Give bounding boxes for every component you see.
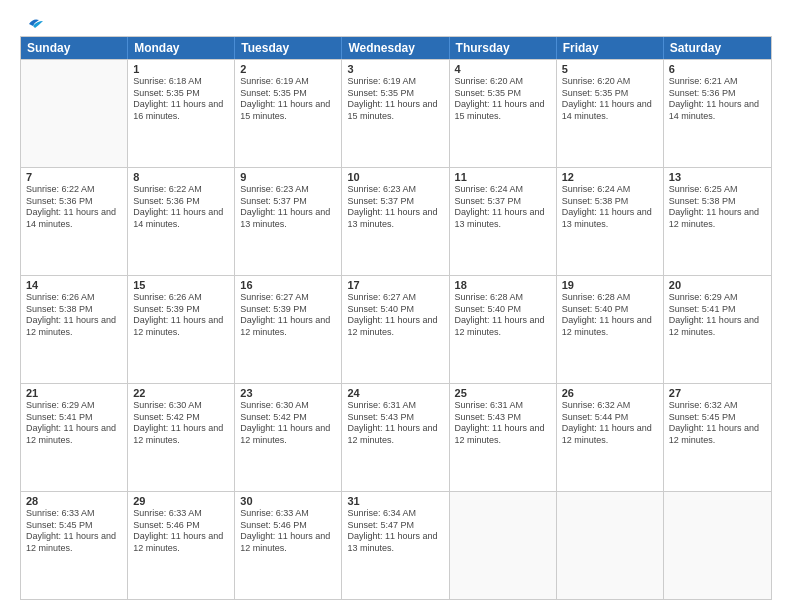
day-cell-19: 19Sunrise: 6:28 AMSunset: 5:40 PMDayligh… (557, 276, 664, 383)
sunrise-text: Sunrise: 6:24 AM (562, 184, 658, 196)
sunset-text: Sunset: 5:42 PM (240, 412, 336, 424)
sunset-text: Sunset: 5:45 PM (669, 412, 766, 424)
day-number: 29 (133, 495, 229, 507)
empty-cell (450, 492, 557, 599)
day-number: 2 (240, 63, 336, 75)
daylight-text: Daylight: 11 hours and 12 minutes. (347, 315, 443, 338)
logo-bird-icon (21, 16, 43, 32)
day-number: 3 (347, 63, 443, 75)
day-cell-10: 10Sunrise: 6:23 AMSunset: 5:37 PMDayligh… (342, 168, 449, 275)
day-number: 19 (562, 279, 658, 291)
daylight-text: Daylight: 11 hours and 15 minutes. (240, 99, 336, 122)
calendar-body: 1Sunrise: 6:18 AMSunset: 5:35 PMDaylight… (21, 59, 771, 599)
daylight-text: Daylight: 11 hours and 14 minutes. (562, 99, 658, 122)
sunrise-text: Sunrise: 6:20 AM (562, 76, 658, 88)
sunset-text: Sunset: 5:46 PM (240, 520, 336, 532)
sunrise-text: Sunrise: 6:27 AM (347, 292, 443, 304)
day-cell-22: 22Sunrise: 6:30 AMSunset: 5:42 PMDayligh… (128, 384, 235, 491)
day-cell-26: 26Sunrise: 6:32 AMSunset: 5:44 PMDayligh… (557, 384, 664, 491)
sunset-text: Sunset: 5:44 PM (562, 412, 658, 424)
day-cell-12: 12Sunrise: 6:24 AMSunset: 5:38 PMDayligh… (557, 168, 664, 275)
week-row-1: 7Sunrise: 6:22 AMSunset: 5:36 PMDaylight… (21, 167, 771, 275)
sunrise-text: Sunrise: 6:21 AM (669, 76, 766, 88)
sunrise-text: Sunrise: 6:22 AM (133, 184, 229, 196)
daylight-text: Daylight: 11 hours and 12 minutes. (562, 315, 658, 338)
sunset-text: Sunset: 5:41 PM (669, 304, 766, 316)
day-number: 26 (562, 387, 658, 399)
day-cell-5: 5Sunrise: 6:20 AMSunset: 5:35 PMDaylight… (557, 60, 664, 167)
week-row-0: 1Sunrise: 6:18 AMSunset: 5:35 PMDaylight… (21, 59, 771, 167)
header-cell-thursday: Thursday (450, 37, 557, 59)
day-number: 21 (26, 387, 122, 399)
sunset-text: Sunset: 5:36 PM (133, 196, 229, 208)
sunset-text: Sunset: 5:37 PM (347, 196, 443, 208)
sunrise-text: Sunrise: 6:25 AM (669, 184, 766, 196)
header-cell-friday: Friday (557, 37, 664, 59)
day-number: 22 (133, 387, 229, 399)
day-cell-25: 25Sunrise: 6:31 AMSunset: 5:43 PMDayligh… (450, 384, 557, 491)
empty-cell (21, 60, 128, 167)
day-number: 9 (240, 171, 336, 183)
daylight-text: Daylight: 11 hours and 12 minutes. (240, 423, 336, 446)
day-cell-29: 29Sunrise: 6:33 AMSunset: 5:46 PMDayligh… (128, 492, 235, 599)
day-number: 15 (133, 279, 229, 291)
day-cell-17: 17Sunrise: 6:27 AMSunset: 5:40 PMDayligh… (342, 276, 449, 383)
sunrise-text: Sunrise: 6:33 AM (240, 508, 336, 520)
daylight-text: Daylight: 11 hours and 12 minutes. (26, 315, 122, 338)
day-number: 1 (133, 63, 229, 75)
sunrise-text: Sunrise: 6:29 AM (26, 400, 122, 412)
day-number: 18 (455, 279, 551, 291)
sunrise-text: Sunrise: 6:20 AM (455, 76, 551, 88)
sunrise-text: Sunrise: 6:26 AM (133, 292, 229, 304)
day-number: 6 (669, 63, 766, 75)
logo (20, 16, 44, 28)
daylight-text: Daylight: 11 hours and 13 minutes. (347, 207, 443, 230)
day-number: 14 (26, 279, 122, 291)
week-row-2: 14Sunrise: 6:26 AMSunset: 5:38 PMDayligh… (21, 275, 771, 383)
day-cell-14: 14Sunrise: 6:26 AMSunset: 5:38 PMDayligh… (21, 276, 128, 383)
empty-cell (557, 492, 664, 599)
calendar: SundayMondayTuesdayWednesdayThursdayFrid… (20, 36, 772, 600)
day-cell-4: 4Sunrise: 6:20 AMSunset: 5:35 PMDaylight… (450, 60, 557, 167)
page: SundayMondayTuesdayWednesdayThursdayFrid… (0, 0, 792, 612)
sunrise-text: Sunrise: 6:28 AM (562, 292, 658, 304)
sunset-text: Sunset: 5:35 PM (562, 88, 658, 100)
sunrise-text: Sunrise: 6:28 AM (455, 292, 551, 304)
sunrise-text: Sunrise: 6:24 AM (455, 184, 551, 196)
daylight-text: Daylight: 11 hours and 14 minutes. (26, 207, 122, 230)
day-cell-6: 6Sunrise: 6:21 AMSunset: 5:36 PMDaylight… (664, 60, 771, 167)
day-cell-18: 18Sunrise: 6:28 AMSunset: 5:40 PMDayligh… (450, 276, 557, 383)
sunrise-text: Sunrise: 6:23 AM (347, 184, 443, 196)
day-number: 17 (347, 279, 443, 291)
day-cell-20: 20Sunrise: 6:29 AMSunset: 5:41 PMDayligh… (664, 276, 771, 383)
sunset-text: Sunset: 5:38 PM (26, 304, 122, 316)
sunrise-text: Sunrise: 6:32 AM (669, 400, 766, 412)
day-number: 13 (669, 171, 766, 183)
sunset-text: Sunset: 5:35 PM (240, 88, 336, 100)
day-number: 16 (240, 279, 336, 291)
sunset-text: Sunset: 5:38 PM (562, 196, 658, 208)
daylight-text: Daylight: 11 hours and 14 minutes. (669, 99, 766, 122)
header-cell-saturday: Saturday (664, 37, 771, 59)
day-cell-31: 31Sunrise: 6:34 AMSunset: 5:47 PMDayligh… (342, 492, 449, 599)
sunrise-text: Sunrise: 6:27 AM (240, 292, 336, 304)
calendar-header: SundayMondayTuesdayWednesdayThursdayFrid… (21, 37, 771, 59)
sunset-text: Sunset: 5:43 PM (347, 412, 443, 424)
day-cell-8: 8Sunrise: 6:22 AMSunset: 5:36 PMDaylight… (128, 168, 235, 275)
sunset-text: Sunset: 5:36 PM (669, 88, 766, 100)
sunrise-text: Sunrise: 6:33 AM (26, 508, 122, 520)
daylight-text: Daylight: 11 hours and 13 minutes. (240, 207, 336, 230)
sunrise-text: Sunrise: 6:33 AM (133, 508, 229, 520)
sunset-text: Sunset: 5:37 PM (455, 196, 551, 208)
sunrise-text: Sunrise: 6:18 AM (133, 76, 229, 88)
sunset-text: Sunset: 5:41 PM (26, 412, 122, 424)
day-cell-30: 30Sunrise: 6:33 AMSunset: 5:46 PMDayligh… (235, 492, 342, 599)
sunset-text: Sunset: 5:42 PM (133, 412, 229, 424)
day-cell-7: 7Sunrise: 6:22 AMSunset: 5:36 PMDaylight… (21, 168, 128, 275)
daylight-text: Daylight: 11 hours and 13 minutes. (562, 207, 658, 230)
day-cell-9: 9Sunrise: 6:23 AMSunset: 5:37 PMDaylight… (235, 168, 342, 275)
daylight-text: Daylight: 11 hours and 16 minutes. (133, 99, 229, 122)
day-number: 30 (240, 495, 336, 507)
sunrise-text: Sunrise: 6:32 AM (562, 400, 658, 412)
day-cell-11: 11Sunrise: 6:24 AMSunset: 5:37 PMDayligh… (450, 168, 557, 275)
